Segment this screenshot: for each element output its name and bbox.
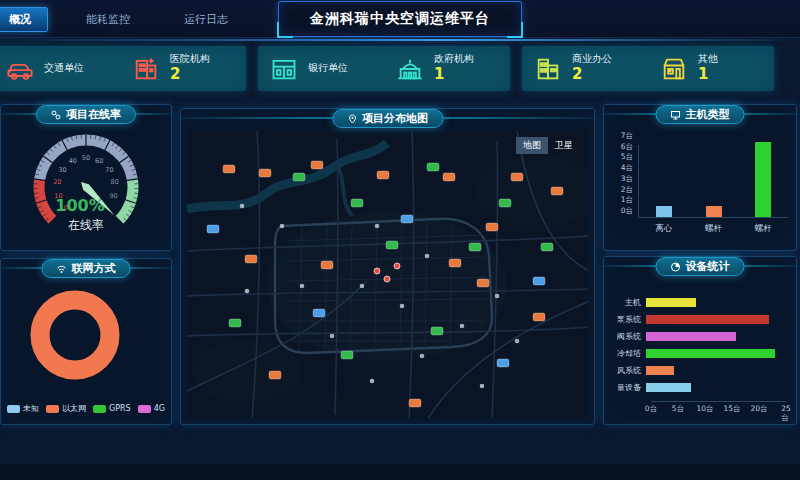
legend-item-以太网[interactable]: 以太网	[46, 403, 86, 414]
map-marker-orange[interactable]	[311, 161, 323, 169]
map-marker-dot[interactable]	[495, 294, 500, 299]
map-marker-dot[interactable]	[300, 284, 305, 289]
network-legend: 未知以太网GPRS4G	[1, 403, 171, 414]
map-marker-dot[interactable]	[240, 204, 245, 209]
map-marker-pin[interactable]	[384, 276, 390, 282]
panel-title: 主机类型	[686, 107, 730, 122]
map-marker-orange[interactable]	[449, 259, 461, 267]
stat-value: 2	[170, 65, 210, 84]
legend-item-GPRS[interactable]: GPRS	[93, 403, 131, 414]
panel-online-rate: 项目在线率 0102030405060708090100%在线率	[0, 104, 172, 251]
map-marker-orange[interactable]	[223, 165, 235, 173]
map-marker-orange[interactable]	[409, 399, 421, 407]
map-marker-orange[interactable]	[486, 223, 498, 231]
map-marker-orange[interactable]	[511, 173, 523, 181]
map-marker-green[interactable]	[469, 243, 481, 251]
stat-value: 1	[434, 65, 474, 84]
map-marker-dot[interactable]	[515, 339, 520, 344]
stat-item-政府机构[interactable]: 政府机构1	[384, 53, 510, 84]
stat-label: 交通单位	[44, 62, 84, 75]
map-marker-dot[interactable]	[360, 284, 365, 289]
stat-item-其他[interactable]: 其他1	[648, 53, 774, 84]
map-marker-dot[interactable]	[330, 334, 335, 339]
svg-text:90: 90	[109, 192, 117, 200]
panel-device-stats-header: 设备统计	[656, 257, 745, 276]
svg-text:40: 40	[69, 157, 77, 165]
stat-card-3: 商业办公2其他1	[522, 46, 774, 91]
stat-label: 其他	[698, 53, 718, 66]
map-marker-green[interactable]	[386, 241, 398, 249]
map-marker-dot[interactable]	[280, 224, 285, 229]
map-marker-dot[interactable]	[400, 304, 405, 309]
stat-item-商业办公[interactable]: 商业办公2	[522, 53, 648, 84]
map-marker-dot[interactable]	[460, 324, 465, 329]
device-stats-bar-chart: 主机泵系统阀系统冷却塔风系统量设备0台5台10台15台20台25台	[610, 293, 786, 416]
stat-item-医院机构[interactable]: 医院机构2	[120, 53, 246, 84]
device-label: 冷却塔	[610, 348, 646, 359]
map-marker-orange[interactable]	[533, 313, 545, 321]
svg-text:30: 30	[58, 166, 66, 174]
x-tick: 0台	[645, 404, 657, 414]
stat-item-银行单位[interactable]: 银行单位	[258, 55, 384, 83]
map-marker-blue[interactable]	[313, 309, 325, 317]
map-layer-button-地图[interactable]: 地图	[516, 137, 548, 154]
top-navbar: 概况能耗监控运行日志项目列表视频监控 金洲科瑞中央空调运维平台	[0, 0, 800, 38]
map-marker-pin[interactable]	[394, 263, 400, 269]
map-marker-dot[interactable]	[425, 254, 430, 259]
legend-item-未知[interactable]: 未知	[7, 403, 39, 414]
svg-text:50: 50	[82, 154, 90, 162]
nav-tab-3[interactable]: 运行日志	[168, 8, 244, 31]
legend-chip	[7, 405, 20, 413]
map-marker-orange[interactable]	[245, 255, 257, 263]
map-marker-dot[interactable]	[420, 354, 425, 359]
nav-tab-2[interactable]: 能耗监控	[70, 8, 146, 31]
map-layer-switcher: 地图卫星	[516, 137, 580, 154]
host-type-bar-chart: 0台1台2台3台4台5台6台7台 离心螺杆螺杆	[614, 145, 788, 240]
map-marker-green[interactable]	[341, 351, 353, 359]
panel-device-stats: 设备统计 主机泵系统阀系统冷却塔风系统量设备0台5台10台15台20台25台	[603, 256, 797, 425]
legend-item-4G[interactable]: 4G	[138, 403, 165, 414]
map-marker-orange[interactable]	[477, 279, 489, 287]
map-marker-dot[interactable]	[375, 224, 380, 229]
map-marker-dot[interactable]	[480, 384, 485, 389]
map-marker-pin[interactable]	[374, 268, 380, 274]
x-axis: 0台5台10台15台20台25台	[651, 401, 786, 413]
map-marker-orange[interactable]	[377, 171, 389, 179]
y-tick: 4台	[621, 163, 633, 173]
map-marker-green[interactable]	[499, 199, 511, 207]
x-label: 螺杆	[755, 223, 772, 235]
map-marker-green[interactable]	[351, 199, 363, 207]
map-marker-blue[interactable]	[207, 225, 219, 233]
map-marker-green[interactable]	[431, 327, 443, 335]
map-marker-blue[interactable]	[533, 277, 545, 285]
map-marker-orange[interactable]	[551, 187, 563, 195]
government-icon	[396, 55, 424, 83]
map-marker-blue[interactable]	[401, 215, 413, 223]
map-marker-orange[interactable]	[259, 169, 271, 177]
bar-离心	[656, 206, 672, 217]
map-marker-green[interactable]	[293, 173, 305, 181]
network-donut-chart	[1, 281, 171, 389]
wifi-icon	[57, 264, 67, 274]
map-marker-blue[interactable]	[497, 359, 509, 367]
map-marker-green[interactable]	[229, 319, 241, 327]
map-marker-dot[interactable]	[245, 289, 250, 294]
map-marker-green[interactable]	[427, 163, 439, 171]
nav-tab-1[interactable]: 概况	[0, 7, 48, 32]
shop-icon	[660, 55, 688, 83]
stat-item-交通单位[interactable]: 交通单位	[0, 55, 120, 83]
map-marker-orange[interactable]	[443, 173, 455, 181]
stat-card-2: 银行单位政府机构1	[258, 46, 510, 91]
legend-chip	[138, 405, 151, 413]
y-tick: 3台	[621, 174, 633, 184]
legend-label: 4G	[154, 404, 165, 413]
stat-label: 银行单位	[308, 62, 348, 75]
map-layer-button-卫星[interactable]: 卫星	[548, 137, 580, 154]
map-marker-green[interactable]	[541, 243, 553, 251]
monitor-icon	[671, 110, 681, 120]
map-marker-dot[interactable]	[370, 379, 375, 384]
map-canvas[interactable]: 地图卫星	[187, 131, 588, 418]
x-tick: 5台	[672, 404, 684, 414]
map-marker-orange[interactable]	[269, 371, 281, 379]
map-marker-orange[interactable]	[321, 261, 333, 269]
